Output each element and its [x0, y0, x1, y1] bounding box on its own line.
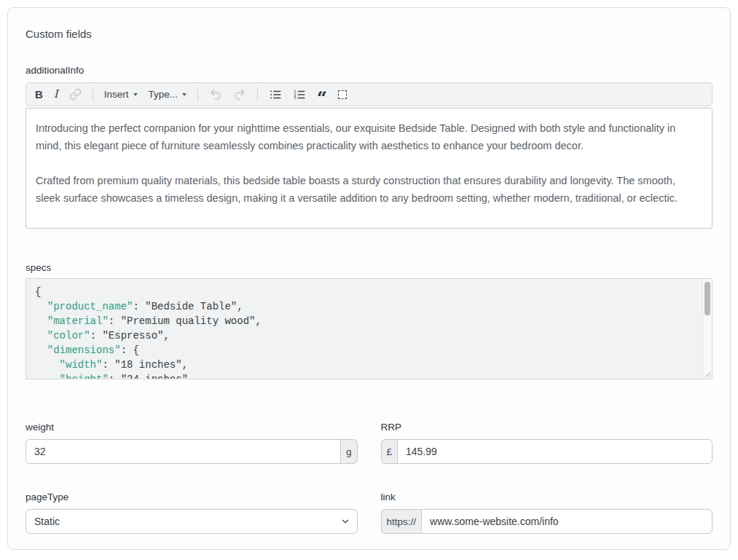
link-button[interactable] — [69, 87, 82, 103]
redo-icon — [233, 88, 246, 101]
weight-label: weight — [25, 422, 358, 433]
specs-code: { "product_name": "Bedside Table", "mate… — [26, 279, 712, 379]
weight-input-group: g — [25, 439, 358, 464]
rrp-input-group: £ — [381, 439, 713, 464]
rrp-label: RRP — [381, 422, 713, 433]
editor-paragraph: Introducing the perfect companion for yo… — [36, 119, 702, 154]
toolbar-divider — [93, 87, 93, 101]
field-row-1: weight g RRP £ — [25, 422, 713, 464]
rrp-currency-addon: £ — [381, 439, 398, 464]
specs-code-line: { — [35, 285, 703, 299]
svg-text:3: 3 — [294, 95, 297, 100]
page-type-label: pageType — [25, 492, 358, 502]
editor-content[interactable]: Introducing the perfect companion for yo… — [25, 108, 713, 229]
bold-button[interactable]: B — [35, 87, 43, 103]
link-icon — [69, 88, 82, 100]
scrollbar-track[interactable] — [702, 279, 712, 379]
horizontal-rule-button[interactable] — [338, 87, 347, 103]
redo-button[interactable] — [233, 87, 246, 103]
additional-info-label: additionalInfo — [25, 65, 713, 76]
section-title: Custom fields — [25, 8, 713, 40]
blockquote-icon: “ — [317, 95, 327, 102]
custom-fields-panel: Custom fields additionalInfo B I Insert … — [7, 7, 731, 550]
specs-code-line: "height": "24 inches" — [35, 372, 703, 379]
weight-field-group: weight g — [25, 422, 358, 464]
weight-unit-addon: g — [341, 439, 358, 464]
ordered-list-button[interactable]: 1 2 3 — [293, 87, 306, 103]
rrp-input[interactable] — [397, 439, 713, 464]
scrollbar-thumb[interactable] — [704, 282, 710, 315]
specs-editor[interactable]: { "product_name": "Bedside Table", "mate… — [25, 278, 713, 379]
link-field-group: link https:// — [381, 492, 713, 534]
link-protocol-addon: https:// — [381, 509, 422, 534]
specs-label: specs — [25, 262, 713, 273]
bullet-list-button[interactable] — [269, 87, 282, 103]
specs-code-line: "material": "Premium quality wood", — [35, 314, 703, 328]
toolbar-divider — [197, 87, 198, 101]
horizontal-rule-icon — [338, 90, 347, 99]
chevron-down-icon — [182, 93, 187, 96]
link-input[interactable] — [421, 509, 713, 534]
link-label: link — [381, 492, 713, 502]
ordered-list-icon: 1 2 3 — [293, 88, 306, 101]
page-type-field-group: pageType Static — [25, 492, 358, 534]
specs-code-line: "width": "18 inches", — [35, 358, 703, 372]
bullet-list-icon — [269, 88, 282, 101]
editor-paragraph: Crafted from premium quality materials, … — [36, 172, 702, 207]
specs-code-line: "product_name": "Bedside Table", — [35, 299, 703, 314]
resize-handle-icon[interactable] — [703, 370, 711, 378]
toolbar-divider — [257, 87, 258, 101]
undo-icon — [209, 88, 222, 101]
chevron-down-icon — [133, 93, 138, 96]
page-type-select[interactable]: Static — [25, 509, 358, 534]
blockquote-button[interactable]: “ — [317, 87, 327, 103]
type-dropdown[interactable]: Type... — [149, 87, 187, 103]
undo-button[interactable] — [209, 87, 222, 103]
specs-code-line: "color": "Espresso", — [35, 328, 703, 343]
italic-button[interactable]: I — [54, 87, 58, 103]
weight-input[interactable] — [25, 439, 341, 464]
insert-dropdown[interactable]: Insert — [104, 87, 138, 103]
rrp-field-group: RRP £ — [381, 422, 713, 464]
rte-toolbar: B I Insert Type... — [25, 82, 713, 106]
specs-code-line: "dimensions": { — [35, 343, 703, 358]
field-row-2: pageType Static link https:// — [25, 492, 713, 534]
link-input-group: https:// — [381, 509, 713, 534]
